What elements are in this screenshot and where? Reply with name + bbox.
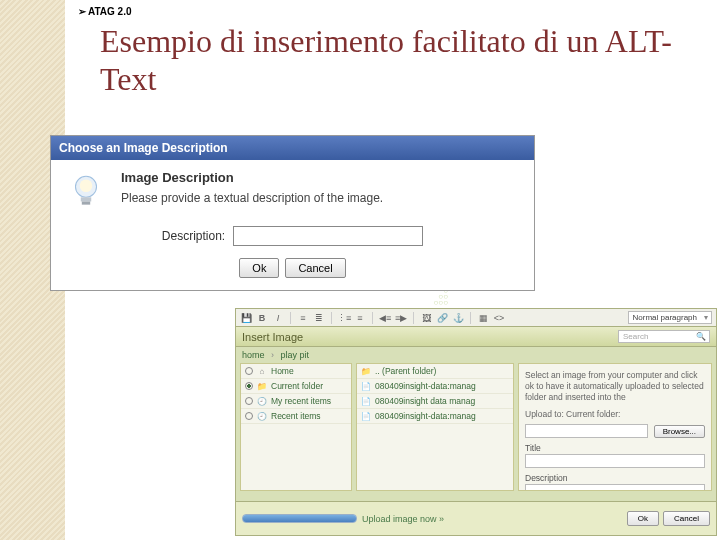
slide-title: Esempio di inserimento facilitato di un … (100, 22, 720, 99)
file-column: 📁.. (Parent folder) 📄080409insight-data:… (356, 363, 514, 491)
code-icon[interactable]: <> (493, 312, 505, 324)
description-input[interactable] (233, 226, 423, 246)
anchor-icon[interactable]: ⚓ (452, 312, 464, 324)
dialog-footer: Upload image now » Ok Cancel (236, 501, 716, 535)
search-input[interactable]: Search (618, 330, 710, 343)
title-input[interactable] (525, 454, 705, 468)
recent-icon: 🕘 (257, 411, 267, 421)
panel-title: Insert Image Search (236, 327, 716, 347)
file-item[interactable]: 📄080409insight data manag (357, 394, 513, 409)
image-description-dialog: Choose an Image Description Image Descri… (50, 135, 535, 291)
nav-item-myrecent[interactable]: 🕘My recent items (241, 394, 351, 409)
help-text: Select an image from your computer and c… (525, 370, 705, 403)
upload-progress (242, 514, 357, 523)
folder-up-icon: 📁 (361, 366, 371, 376)
file-icon: 📄 (361, 381, 371, 391)
nav-item-recent[interactable]: 🕘Recent items (241, 409, 351, 424)
paragraph-style-select[interactable]: Normal paragraph (628, 311, 712, 324)
lightbulb-icon (65, 170, 107, 212)
home-icon: ⌂ (257, 366, 267, 376)
link-icon[interactable]: 🔗 (436, 312, 448, 324)
upload-status[interactable]: Upload image now » (242, 514, 444, 524)
italic-icon[interactable]: I (272, 312, 284, 324)
insert-image-dialog: 💾 B I ≡ ≣ ⋮≡ ≡ ◀≡ ≡▶ 🖼 🔗 ⚓ ▦ <> Normal p… (235, 308, 717, 536)
slide-tag: ATAG 2.0 (78, 6, 132, 17)
panel-title-text: Insert Image (242, 331, 303, 343)
breadcrumb-item[interactable]: play pit (281, 350, 310, 360)
upload-label: Upload to: Current folder: (525, 409, 705, 420)
save-icon[interactable]: 💾 (240, 312, 252, 324)
list-bullet-icon[interactable]: ⋮≡ (338, 312, 350, 324)
outdent-icon[interactable]: ◀≡ (379, 312, 391, 324)
file-item-parent[interactable]: 📁.. (Parent folder) (357, 364, 513, 379)
dialog-prompt: Please provide a textual description of … (121, 191, 520, 205)
align-left-icon[interactable]: ≡ (297, 312, 309, 324)
table-icon[interactable]: ▦ (477, 312, 489, 324)
upload-caption: Upload image now » (362, 514, 444, 524)
editor-toolbar: 💾 B I ≡ ≣ ⋮≡ ≡ ◀≡ ≡▶ 🖼 🔗 ⚓ ▦ <> Normal p… (236, 309, 716, 327)
image-icon[interactable]: 🖼 (420, 312, 432, 324)
breadcrumb-item[interactable]: home (242, 350, 265, 360)
folder-icon: 📁 (257, 381, 267, 391)
browse-button[interactable]: Browse... (654, 425, 705, 438)
file-icon: 📄 (361, 411, 371, 421)
description-textarea[interactable] (525, 484, 705, 491)
dialog-ok-button[interactable]: Ok (627, 511, 659, 526)
bold-icon[interactable]: B (256, 312, 268, 324)
file-item[interactable]: 📄080409insight-data:manag (357, 379, 513, 394)
recent-icon: 🕘 (257, 396, 267, 406)
dialog-title-bar: Choose an Image Description (51, 136, 534, 160)
ok-button[interactable]: Ok (239, 258, 279, 278)
dialog-heading: Image Description (121, 170, 520, 185)
indent-icon[interactable]: ≡▶ (395, 312, 407, 324)
title-label: Title (525, 443, 705, 454)
dialog-cancel-button[interactable]: Cancel (663, 511, 710, 526)
nav-item-home[interactable]: ⌂Home (241, 364, 351, 379)
nav-column: ⌂Home 📁Current folder 🕘My recent items 🕘… (240, 363, 352, 491)
align-center-icon[interactable]: ≣ (313, 312, 325, 324)
file-path-input[interactable] (525, 424, 648, 438)
nav-item-current[interactable]: 📁Current folder (241, 379, 351, 394)
description-label: Description: (162, 229, 225, 243)
breadcrumb: home › play pit (236, 347, 716, 363)
desc-label: Description (525, 473, 705, 484)
cancel-button[interactable]: Cancel (285, 258, 345, 278)
list-number-icon[interactable]: ≡ (354, 312, 366, 324)
file-item[interactable]: 📄080409insight-data:manag (357, 409, 513, 424)
svg-point-1 (80, 179, 93, 192)
file-icon: 📄 (361, 396, 371, 406)
details-column: Select an image from your computer and c… (518, 363, 712, 491)
